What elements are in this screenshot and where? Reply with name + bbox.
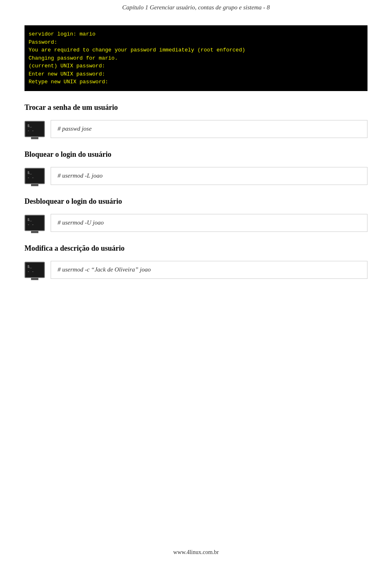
command-text-passwd: # passwd jose: [58, 125, 91, 132]
command-text-usermod-l: # usermod -L joao: [58, 172, 102, 179]
terminal-line-6: Enter new UNIX password:: [29, 70, 363, 78]
terminal-icon-3: $_- -: [24, 215, 45, 231]
terminal-block: servidor login: mario Password: You are …: [24, 25, 368, 91]
terminal-line-2: Password:: [29, 38, 363, 47]
footer-url: www.4linux.com.br: [173, 549, 218, 555]
command-container-usermod-l: $_- - # usermod -L joao: [24, 167, 368, 185]
section-heading-bloquear: Bloquear o login do usuário: [24, 150, 368, 159]
terminal-line-7: Retype new UNIX password:: [29, 78, 363, 86]
command-box-usermod-u: # usermod -U joao: [51, 214, 368, 232]
monitor-screen-4: $_- -: [25, 263, 44, 277]
command-container-usermod-c: $_- - # usermod -c “Jack de Oliveira” jo…: [24, 261, 368, 279]
monitor-screen-1: $_- -: [25, 122, 44, 136]
command-box-usermod-l: # usermod -L joao: [51, 167, 368, 185]
terminal-icon-2: $_- -: [24, 168, 45, 184]
terminal-icon-1: $_- -: [24, 121, 45, 137]
command-container-passwd: $_- - # passwd jose: [24, 120, 368, 138]
monitor-screen-3: $_- -: [25, 216, 44, 230]
monitor-screen-2: $_- -: [25, 169, 44, 183]
chapter-title: Capítulo 1 Gerenciar usuário, contas de …: [122, 4, 270, 11]
terminal-line-4: Changing password for mario.: [29, 54, 363, 62]
page-header: Capítulo 1 Gerenciar usuário, contas de …: [0, 0, 392, 17]
command-text-usermod-c: # usermod -c “Jack de Oliveira” joao: [58, 266, 151, 273]
command-box-usermod-c: # usermod -c “Jack de Oliveira” joao: [51, 261, 368, 279]
section-heading-desbloquear: Desbloquear o login do usuário: [24, 197, 368, 206]
page-footer: www.4linux.com.br: [0, 537, 392, 564]
command-text-usermod-u: # usermod -U joao: [58, 219, 104, 226]
terminal-icon-4: $_- -: [24, 262, 45, 278]
section-heading-trocar-senha: Trocar a senha de um usuário: [24, 103, 368, 112]
section-heading-modifica: Modifica a descrição do usuário: [24, 244, 368, 253]
terminal-line-1: servidor login: mario: [29, 30, 363, 38]
command-box-passwd: # passwd jose: [51, 120, 368, 138]
terminal-line-3: You are required to change your password…: [29, 46, 363, 54]
command-container-usermod-u: $_- - # usermod -U joao: [24, 214, 368, 232]
terminal-line-5: (current) UNIX password:: [29, 62, 363, 70]
page-content: servidor login: mario Password: You are …: [0, 17, 392, 316]
